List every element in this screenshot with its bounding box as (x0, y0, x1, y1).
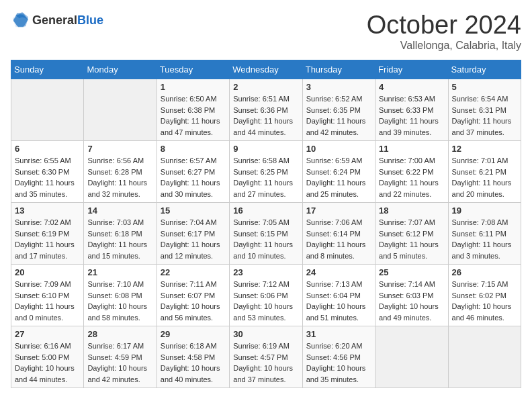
sunrise-text: Sunrise: 7:12 AM (233, 280, 290, 288)
sunrise-text: Sunrise: 6:56 AM (87, 156, 144, 165)
day-number: 5 (452, 82, 517, 92)
daylight-text: Daylight: 10 hours and 56 minutes. (161, 302, 220, 322)
daylight-text: Daylight: 10 hours and 49 minutes. (379, 302, 439, 322)
day-info: Sunrise: 6:51 AMSunset: 6:36 PMDaylight:… (233, 93, 298, 138)
calendar-cell: 10Sunrise: 6:59 AMSunset: 6:24 PMDayligh… (302, 141, 375, 203)
daylight-text: Daylight: 11 hours and 39 minutes. (379, 117, 439, 136)
day-number: 22 (161, 267, 226, 277)
calendar-cell: 1Sunrise: 6:50 AMSunset: 6:38 PMDaylight… (157, 79, 229, 141)
sunrise-text: Sunrise: 6:20 AM (306, 342, 363, 350)
sunrise-text: Sunrise: 6:58 AM (233, 156, 290, 165)
calendar-table: SundayMondayTuesdayWednesdayThursdayFrid… (11, 60, 521, 388)
sunset-text: Sunset: 4:58 PM (161, 353, 215, 361)
day-info: Sunrise: 7:02 AMSunset: 6:19 PMDaylight:… (15, 217, 80, 261)
calendar-cell (375, 326, 448, 388)
sunset-text: Sunset: 6:28 PM (87, 168, 142, 176)
sunset-text: Sunset: 6:10 PM (15, 291, 69, 300)
day-number: 12 (452, 144, 517, 154)
day-info: Sunrise: 6:54 AMSunset: 6:31 PMDaylight:… (452, 93, 517, 138)
day-info: Sunrise: 7:15 AMSunset: 6:02 PMDaylight:… (452, 279, 517, 323)
sunset-text: Sunset: 6:06 PM (233, 291, 287, 300)
calendar-cell: 3Sunrise: 6:52 AMSunset: 6:35 PMDaylight… (302, 79, 375, 141)
day-number: 18 (379, 205, 444, 216)
day-number: 8 (161, 144, 226, 154)
day-number: 10 (306, 144, 371, 154)
sunrise-text: Sunrise: 7:06 AM (306, 218, 363, 226)
sunrise-text: Sunrise: 6:18 AM (161, 342, 217, 350)
day-number: 27 (15, 329, 80, 339)
calendar-cell: 21Sunrise: 7:10 AMSunset: 6:08 PMDayligh… (84, 265, 157, 326)
sunrise-text: Sunrise: 7:02 AM (15, 218, 71, 226)
daylight-text: Daylight: 10 hours and 40 minutes. (161, 364, 220, 383)
sunrise-text: Sunrise: 6:51 AM (233, 95, 290, 103)
sunset-text: Sunset: 6:36 PM (233, 106, 287, 114)
day-number: 14 (87, 205, 152, 216)
sunrise-text: Sunrise: 6:52 AM (306, 95, 363, 103)
page-header: GeneralBlue October 2024 Vallelonga, Cal… (11, 11, 521, 52)
calendar-cell: 29Sunrise: 6:18 AMSunset: 4:58 PMDayligh… (157, 326, 229, 388)
calendar-cell: 26Sunrise: 7:15 AMSunset: 6:02 PMDayligh… (448, 265, 521, 326)
sunset-text: Sunset: 6:35 PM (306, 106, 361, 114)
calendar-cell: 18Sunrise: 7:07 AMSunset: 6:12 PMDayligh… (375, 203, 448, 265)
daylight-text: Daylight: 10 hours and 35 minutes. (306, 364, 366, 383)
calendar-cell: 19Sunrise: 7:08 AMSunset: 6:11 PMDayligh… (448, 203, 521, 265)
daylight-text: Daylight: 11 hours and 15 minutes. (87, 240, 147, 260)
daylight-text: Daylight: 11 hours and 12 minutes. (161, 240, 220, 260)
day-number: 6 (15, 144, 80, 154)
calendar-cell (84, 79, 157, 141)
calendar-cell (11, 79, 84, 141)
calendar-cell: 11Sunrise: 7:00 AMSunset: 6:22 PMDayligh… (375, 141, 448, 203)
daylight-text: Daylight: 11 hours and 8 minutes. (306, 240, 366, 260)
day-info: Sunrise: 7:06 AMSunset: 6:14 PMDaylight:… (306, 217, 371, 261)
day-number: 3 (306, 82, 371, 92)
calendar-week-row: 20Sunrise: 7:09 AMSunset: 6:10 PMDayligh… (11, 265, 521, 326)
calendar-cell: 20Sunrise: 7:09 AMSunset: 6:10 PMDayligh… (11, 265, 84, 326)
sunrise-text: Sunrise: 6:16 AM (15, 342, 71, 350)
day-number: 25 (379, 267, 444, 277)
calendar-cell: 27Sunrise: 6:16 AMSunset: 5:00 PMDayligh… (11, 326, 84, 388)
calendar-week-row: 1Sunrise: 6:50 AMSunset: 6:38 PMDaylight… (11, 79, 521, 141)
sunrise-text: Sunrise: 6:54 AM (452, 95, 508, 103)
calendar-cell: 24Sunrise: 7:13 AMSunset: 6:04 PMDayligh… (302, 265, 375, 326)
sunset-text: Sunset: 6:27 PM (161, 168, 215, 176)
weekday-header-wednesday: Wednesday (230, 60, 302, 79)
calendar-cell: 23Sunrise: 7:12 AMSunset: 6:06 PMDayligh… (230, 265, 302, 326)
day-info: Sunrise: 6:19 AMSunset: 4:57 PMDaylight:… (233, 340, 298, 385)
sunrise-text: Sunrise: 7:14 AM (379, 280, 435, 288)
daylight-text: Daylight: 11 hours and 0 minutes. (15, 302, 75, 322)
daylight-text: Daylight: 11 hours and 5 minutes. (379, 240, 439, 260)
sunrise-text: Sunrise: 7:00 AM (379, 156, 435, 165)
calendar-cell: 8Sunrise: 6:57 AMSunset: 6:27 PMDaylight… (157, 141, 229, 203)
calendar-week-row: 6Sunrise: 6:55 AMSunset: 6:30 PMDaylight… (11, 141, 521, 203)
calendar-cell: 14Sunrise: 7:03 AMSunset: 6:18 PMDayligh… (84, 203, 157, 265)
calendar-cell: 12Sunrise: 7:01 AMSunset: 6:21 PMDayligh… (448, 141, 521, 203)
daylight-text: Daylight: 11 hours and 25 minutes. (306, 179, 366, 198)
calendar-cell: 16Sunrise: 7:05 AMSunset: 6:15 PMDayligh… (230, 203, 302, 265)
sunrise-text: Sunrise: 6:17 AM (87, 342, 144, 350)
day-number: 15 (161, 205, 226, 216)
calendar-week-row: 27Sunrise: 6:16 AMSunset: 5:00 PMDayligh… (11, 326, 521, 388)
calendar-cell: 9Sunrise: 6:58 AMSunset: 6:25 PMDaylight… (230, 141, 302, 203)
sunset-text: Sunset: 6:08 PM (87, 291, 142, 300)
day-info: Sunrise: 6:56 AMSunset: 6:28 PMDaylight:… (87, 155, 152, 199)
logo-general: General (32, 13, 77, 27)
day-number: 2 (233, 82, 298, 92)
sunset-text: Sunset: 4:56 PM (306, 353, 361, 361)
calendar-cell: 5Sunrise: 6:54 AMSunset: 6:31 PMDaylight… (448, 79, 521, 141)
day-info: Sunrise: 6:18 AMSunset: 4:58 PMDaylight:… (161, 340, 226, 385)
sunset-text: Sunset: 6:07 PM (161, 291, 215, 300)
daylight-text: Daylight: 11 hours and 42 minutes. (306, 117, 366, 136)
day-info: Sunrise: 7:05 AMSunset: 6:15 PMDaylight:… (233, 217, 298, 261)
daylight-text: Daylight: 11 hours and 35 minutes. (15, 179, 75, 198)
sunrise-text: Sunrise: 7:13 AM (306, 280, 363, 288)
day-number: 7 (87, 144, 152, 154)
sunset-text: Sunset: 6:15 PM (233, 230, 287, 238)
sunset-text: Sunset: 6:31 PM (452, 106, 506, 114)
day-info: Sunrise: 7:13 AMSunset: 6:04 PMDaylight:… (306, 279, 371, 323)
logo: GeneralBlue (11, 11, 103, 30)
daylight-text: Daylight: 11 hours and 47 minutes. (161, 117, 220, 136)
sunrise-text: Sunrise: 7:11 AM (161, 280, 217, 288)
day-number: 31 (306, 329, 371, 339)
calendar-cell: 25Sunrise: 7:14 AMSunset: 6:03 PMDayligh… (375, 265, 448, 326)
weekday-header-row: SundayMondayTuesdayWednesdayThursdayFrid… (11, 60, 521, 79)
